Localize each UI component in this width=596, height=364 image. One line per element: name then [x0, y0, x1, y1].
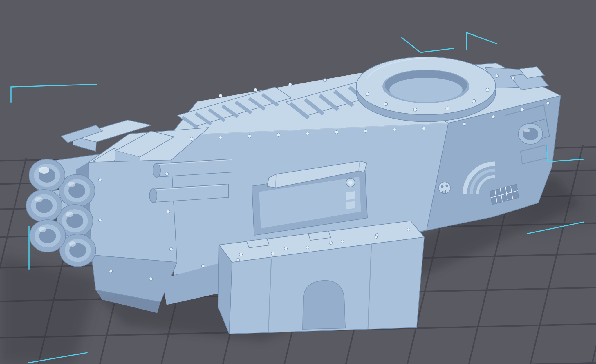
turret-ring — [356, 57, 496, 122]
viewport[interactable] — [0, 0, 596, 364]
muzzle — [26, 190, 62, 222]
muzzle — [30, 220, 66, 252]
viewport-canvas[interactable] — [0, 0, 596, 364]
marker-top-right-b — [466, 32, 497, 50]
model-3d[interactable] — [26, 57, 561, 334]
muzzle — [29, 159, 65, 192]
marker-corner-top-left — [11, 84, 96, 102]
marker-top-right-a — [402, 38, 453, 52]
skull-emblem — [439, 182, 450, 194]
